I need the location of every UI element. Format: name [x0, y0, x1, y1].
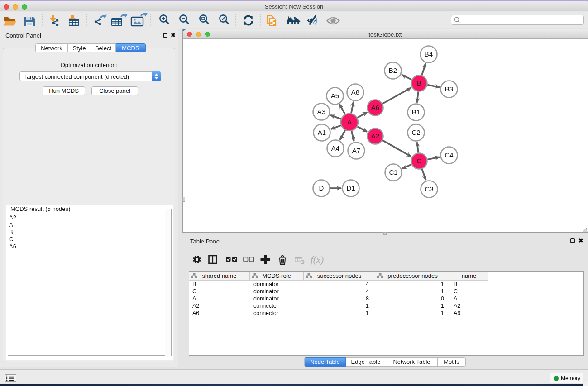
- svg-text:A6: A6: [371, 104, 379, 111]
- svg-text:A5: A5: [331, 92, 339, 100]
- svg-text:C4: C4: [445, 151, 453, 159]
- svg-text:B3: B3: [445, 85, 453, 93]
- svg-text:A4: A4: [331, 144, 339, 152]
- svg-text:f(x): f(x): [311, 254, 324, 265]
- svg-text:C: C: [417, 157, 422, 165]
- svg-text:A1: A1: [318, 129, 326, 136]
- svg-text:D1: D1: [346, 184, 355, 192]
- svg-text:C3: C3: [425, 185, 433, 193]
- svg-text:B2: B2: [389, 67, 397, 74]
- svg-text:A: A: [347, 118, 352, 126]
- svg-text:A3: A3: [317, 108, 325, 115]
- svg-text:C1: C1: [389, 168, 397, 176]
- svg-text:B1: B1: [412, 108, 420, 116]
- svg-text:D: D: [319, 184, 324, 192]
- svg-text:A7: A7: [352, 147, 360, 154]
- svg-text:A2: A2: [371, 132, 379, 140]
- svg-text:C2: C2: [411, 129, 420, 136]
- svg-text:B4: B4: [425, 50, 433, 58]
- svg-text:B: B: [417, 79, 421, 87]
- svg-text:A8: A8: [351, 88, 359, 96]
